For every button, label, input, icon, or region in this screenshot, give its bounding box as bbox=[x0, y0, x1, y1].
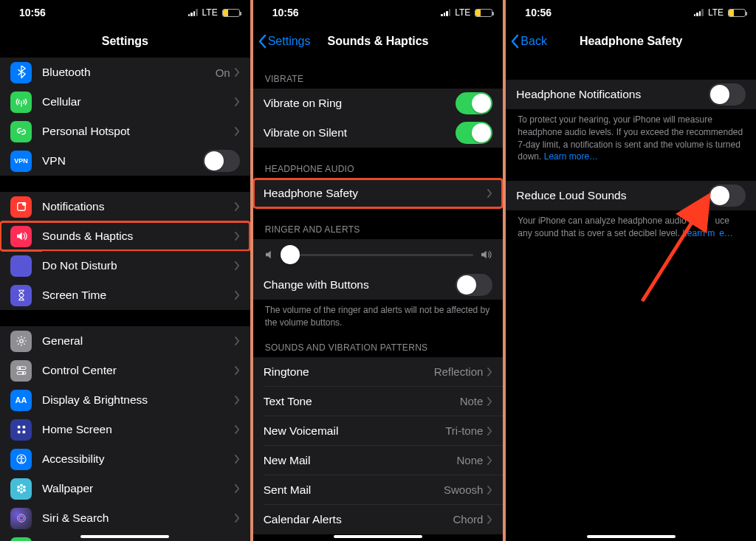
back-button[interactable]: Settings bbox=[258, 25, 311, 57]
home-indicator[interactable] bbox=[80, 535, 169, 538]
link-icon bbox=[10, 121, 32, 142]
toggle-headphone-notifications[interactable] bbox=[709, 83, 746, 106]
headphone-safety-list[interactable]: Headphone Notifications To protect your … bbox=[506, 58, 756, 541]
row-control-center[interactable]: Control Center bbox=[0, 356, 250, 385]
battery-icon bbox=[222, 9, 240, 17]
label: General bbox=[42, 334, 235, 348]
value: Tri-tone bbox=[445, 424, 483, 437]
footer-ringer: The volume of the ringer and alerts will… bbox=[253, 300, 504, 332]
label: New Mail bbox=[264, 454, 457, 467]
volume-slider[interactable] bbox=[283, 254, 474, 256]
volume-slider-row bbox=[253, 239, 504, 270]
row-headphone-notifications[interactable]: Headphone Notifications bbox=[506, 80, 756, 109]
notifications-icon bbox=[10, 196, 32, 218]
row-screentime[interactable]: Screen Time bbox=[0, 280, 250, 310]
learn-more-link[interactable]: Learn more… bbox=[544, 151, 598, 162]
svg-point-13 bbox=[20, 488, 22, 490]
footer-notifications: To protect your hearing, your iPhone wil… bbox=[506, 109, 756, 166]
row-hotspot[interactable]: Personal Hotspot bbox=[0, 117, 250, 146]
row-bluetooth[interactable]: Bluetooth On bbox=[0, 58, 250, 87]
label: Display & Brightness bbox=[42, 393, 235, 407]
sounds-list[interactable]: VIBRATE Vibrate on Ring Vibrate on Silen… bbox=[253, 58, 504, 541]
bluetooth-icon bbox=[10, 62, 32, 83]
label: Accessibility bbox=[42, 452, 235, 466]
label: Reduce Loud Sounds bbox=[516, 189, 709, 202]
network-label: LTE bbox=[708, 7, 724, 18]
toggle-reduce-loud-sounds[interactable] bbox=[709, 185, 746, 207]
row-notifications[interactable]: Notifications bbox=[0, 192, 250, 221]
phone-headphone-safety: 10:56 LTE Back Headphone Safety Headphon… bbox=[506, 0, 756, 541]
svg-point-1 bbox=[22, 202, 26, 206]
accessibility-icon bbox=[10, 449, 32, 470]
battery-icon bbox=[475, 9, 492, 17]
label: Headphone Notifications bbox=[516, 88, 709, 101]
label: New Voicemail bbox=[264, 424, 446, 438]
vpn-toggle[interactable] bbox=[203, 150, 240, 172]
learn-more-link-2[interactable]: Learn mxe… bbox=[682, 228, 733, 238]
row-vibrate-silent[interactable]: Vibrate on Silent bbox=[253, 118, 504, 148]
chevron-right-icon bbox=[235, 127, 240, 136]
header-ringer: RINGER AND ALERTS bbox=[253, 208, 504, 239]
row-sounds-haptics[interactable]: Sounds & Haptics bbox=[0, 221, 250, 251]
row-display[interactable]: AA Display & Brightness bbox=[0, 385, 250, 415]
time: 10:56 bbox=[272, 7, 299, 18]
nav-bar: Back Headphone Safety bbox=[506, 25, 756, 58]
row-wallpaper[interactable]: Wallpaper bbox=[0, 474, 250, 503]
signal-icon bbox=[188, 9, 198, 16]
home-indicator[interactable] bbox=[587, 535, 676, 538]
row-sentmail[interactable]: Sent Mail Swoosh bbox=[253, 475, 504, 505]
toggle-vibrate-silent[interactable] bbox=[456, 122, 492, 144]
label: Screen Time bbox=[42, 289, 235, 302]
settings-list[interactable]: Bluetooth On Cellular Personal Hotspot V… bbox=[0, 58, 250, 541]
row-voicemail[interactable]: New Voicemail Tri-tone bbox=[253, 416, 504, 446]
chevron-right-icon bbox=[235, 425, 240, 434]
chevron-right-icon bbox=[487, 515, 492, 524]
svg-rect-3 bbox=[17, 367, 26, 370]
chevron-right-icon bbox=[235, 514, 240, 523]
chevron-right-icon bbox=[235, 337, 240, 345]
label: Home Screen bbox=[42, 423, 235, 436]
row-ringtone[interactable]: Ringtone Reflection bbox=[253, 357, 504, 387]
chevron-right-icon bbox=[235, 455, 240, 464]
home-indicator[interactable] bbox=[334, 535, 422, 538]
row-vibrate-ring[interactable]: Vibrate on Ring bbox=[253, 89, 504, 118]
flower-icon bbox=[10, 478, 32, 500]
gear-icon bbox=[10, 331, 32, 352]
row-headphone-safety[interactable]: Headphone Safety bbox=[253, 179, 504, 208]
label: Do Not Disturb bbox=[42, 259, 235, 272]
hourglass-icon bbox=[10, 285, 32, 306]
value: Note bbox=[460, 395, 484, 407]
row-homescreen[interactable]: Home Screen bbox=[0, 415, 250, 444]
label: VPN bbox=[42, 154, 203, 168]
toggle-vibrate-ring[interactable] bbox=[456, 92, 492, 114]
row-texttone[interactable]: Text Tone Note bbox=[253, 387, 504, 416]
faceid-icon bbox=[10, 537, 32, 542]
header-patterns: SOUNDS AND VIBRATION PATTERNS bbox=[253, 332, 504, 357]
row-change-buttons[interactable]: Change with Buttons bbox=[253, 270, 504, 300]
vpn-icon: VPN bbox=[10, 151, 32, 172]
svg-point-16 bbox=[17, 486, 20, 489]
label: Sent Mail bbox=[264, 483, 444, 497]
nav-bar: Settings Sounds & Haptics bbox=[253, 25, 504, 58]
chevron-right-icon bbox=[235, 68, 240, 77]
chevron-right-icon bbox=[487, 189, 492, 198]
chevron-right-icon bbox=[235, 484, 240, 493]
row-cellular[interactable]: Cellular bbox=[0, 87, 250, 117]
row-calendar[interactable]: Calendar Alerts Chord bbox=[253, 505, 504, 534]
moon-icon bbox=[10, 255, 32, 277]
signal-icon bbox=[441, 9, 450, 16]
speaker-icon bbox=[10, 226, 32, 247]
back-button[interactable]: Back bbox=[510, 25, 547, 57]
row-reduce-loud-sounds[interactable]: Reduce Loud Sounds bbox=[506, 181, 756, 210]
row-newmail[interactable]: New Mail None bbox=[253, 446, 504, 475]
row-siri[interactable]: Siri & Search bbox=[0, 503, 250, 533]
row-accessibility[interactable]: Accessibility bbox=[0, 444, 250, 474]
label: Change with Buttons bbox=[264, 278, 456, 292]
antenna-icon bbox=[10, 92, 32, 113]
display-icon: AA bbox=[10, 390, 32, 411]
row-general[interactable]: General bbox=[0, 326, 250, 356]
row-vpn[interactable]: VPN VPN bbox=[0, 146, 250, 176]
row-dnd[interactable]: Do Not Disturb bbox=[0, 251, 250, 280]
phone-sounds-haptics: 10:56 LTE Settings Sounds & Haptics VIBR… bbox=[253, 0, 504, 541]
toggle-change-buttons[interactable] bbox=[456, 274, 492, 296]
